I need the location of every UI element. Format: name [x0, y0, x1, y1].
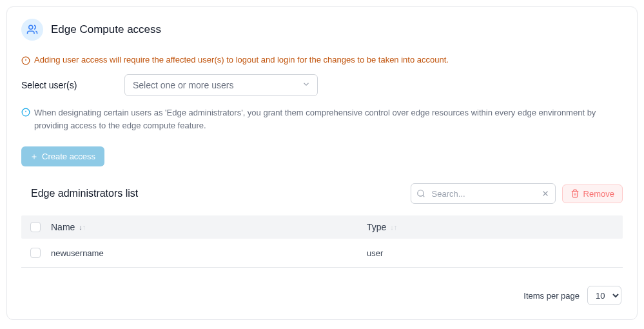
select-placeholder: Select one or more users	[133, 80, 233, 90]
remove-button[interactable]: Remove	[562, 184, 623, 203]
edge-admin-table: Name ↓↑ Type ↓↑ newusername user	[21, 215, 623, 268]
row-type-cell: user	[367, 248, 614, 258]
search-box[interactable]	[411, 183, 556, 204]
list-actions: Remove	[411, 183, 623, 204]
select-users-dropdown[interactable]: Select one or more users	[124, 74, 318, 96]
info-text: When designating certain users as 'Edge …	[34, 106, 623, 132]
items-per-page-label: Items per page	[523, 291, 580, 301]
row-checkbox[interactable]	[30, 248, 41, 258]
table-row: newusername user	[21, 239, 623, 268]
pagination: Items per page 10	[21, 286, 623, 305]
svg-line-10	[422, 195, 424, 197]
table-header-row: Name ↓↑ Type ↓↑	[21, 215, 623, 239]
items-per-page-select[interactable]: 10	[587, 286, 621, 305]
select-users-label: Select user(s)	[21, 80, 124, 90]
search-icon	[416, 189, 425, 200]
svg-point-9	[417, 190, 423, 196]
info-circle-icon	[21, 108, 30, 117]
edge-compute-access-card: Edge Compute access Adding user access w…	[6, 6, 638, 320]
card-header: Edge Compute access	[21, 19, 623, 41]
sort-arrows-icon: ↓↑	[390, 223, 397, 231]
column-header-type[interactable]: Type ↓↑	[367, 222, 614, 232]
select-users-row: Select user(s) Select one or more users	[21, 74, 623, 96]
edge-admin-info-alert: When designating certain users as 'Edge …	[21, 106, 623, 132]
row-name-cell: newusername	[51, 248, 367, 258]
alert-circle-icon	[21, 56, 30, 65]
trash-icon	[571, 189, 580, 198]
svg-point-0	[29, 25, 33, 29]
edge-admin-list-title: Edge administrators list	[31, 188, 138, 199]
create-access-button[interactable]: Create access	[21, 146, 104, 166]
search-input[interactable]	[431, 188, 537, 199]
users-icon	[21, 19, 43, 41]
remove-button-label: Remove	[583, 189, 614, 199]
sort-arrows-icon: ↓↑	[79, 223, 86, 231]
select-all-checkbox[interactable]	[30, 222, 41, 232]
select-all-cell	[30, 222, 51, 232]
page-title: Edge Compute access	[51, 23, 161, 36]
list-header: Edge administrators list Remove	[21, 183, 623, 204]
warning-text: Adding user access will require the affe…	[34, 55, 449, 65]
create-access-label: Create access	[42, 152, 95, 161]
plus-icon	[30, 153, 38, 161]
chevron-down-icon	[302, 80, 311, 91]
row-check-cell	[30, 248, 51, 258]
logout-warning-alert: Adding user access will require the affe…	[21, 55, 623, 65]
clear-search-icon[interactable]	[541, 189, 550, 200]
column-header-name[interactable]: Name ↓↑	[51, 222, 367, 232]
